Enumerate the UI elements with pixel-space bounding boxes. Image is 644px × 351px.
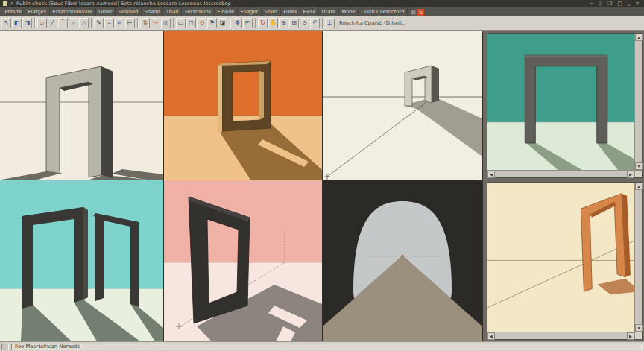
- menu-item-estatonromsure[interactable]: Estatonromsure: [50, 7, 96, 16]
- eraser-tool-button[interactable]: ▱: [37, 18, 47, 28]
- viewport-4-vertical-scrollbar[interactable]: ▲ ▼: [634, 34, 642, 170]
- offset-tool-button[interactable]: ◎: [161, 18, 171, 28]
- vp1-arch-right-face: [101, 66, 113, 178]
- zoom-window-tool-button[interactable]: ⊞: [289, 18, 299, 28]
- vp3-background: [323, 31, 482, 180]
- menu-item-presite[interactable]: Presite: [2, 7, 25, 16]
- menu-item-eoager[interactable]: Eoager: [238, 7, 262, 16]
- vp4-wall: [487, 34, 634, 122]
- menu-item-thait[interactable]: Thait: [163, 7, 182, 16]
- vp4-scroll-left-button[interactable]: ◀: [487, 171, 495, 178]
- viewport-3-canvas[interactable]: [323, 31, 482, 180]
- vp8-scroll-left-button[interactable]: ◀: [487, 332, 495, 340]
- pan-tool-button[interactable]: ✋: [268, 18, 278, 28]
- viewport-6: [164, 180, 322, 341]
- vp4-scroll-corner: [634, 170, 642, 177]
- menu-item-utate[interactable]: Utate: [319, 7, 339, 16]
- vp8-scroll-down-button[interactable]: ▼: [635, 324, 643, 332]
- viewport-1: [0, 31, 163, 180]
- viewport-2-canvas[interactable]: [164, 31, 322, 180]
- zoom-tool-button[interactable]: ⊕: [279, 18, 288, 28]
- dimension-tool-button[interactable]: ✏: [115, 18, 124, 28]
- viewport-7-canvas[interactable]: [323, 180, 482, 341]
- menu-item-sfunt[interactable]: Sfunt: [262, 7, 281, 16]
- viewport-8-window: ▲ ▼ ◀ ▶: [487, 182, 643, 340]
- push-pull-tool-button[interactable]: ⇅: [140, 18, 150, 28]
- box-tool-button[interactable]: ◻: [186, 18, 196, 28]
- menu-item-hese[interactable]: Hese: [300, 7, 319, 16]
- viewport-4-content: [487, 34, 634, 170]
- arc-tool-button[interactable]: ⌒: [58, 18, 68, 28]
- viewport-4-horizontal-scrollbar[interactable]: ◀ ▶: [487, 170, 634, 177]
- viewport-1-canvas[interactable]: [0, 31, 163, 180]
- status-bar: Ilee Maortolrican Nerwets: [0, 341, 644, 351]
- rotate-tool-button[interactable]: ⟲: [197, 18, 206, 28]
- pencil-tool-button[interactable]: ✎: [94, 18, 104, 28]
- paint-bucket-tool-button[interactable]: ◨: [22, 18, 32, 28]
- maximize-button[interactable]: ▢: [617, 0, 622, 7]
- app-glyph-icon: A: [10, 0, 13, 7]
- viewport-8-canvas[interactable]: [487, 183, 634, 332]
- viewport-8-vertical-scrollbar[interactable]: ▲ ▼: [634, 183, 642, 332]
- previous-view-tool-button[interactable]: ↶: [310, 18, 320, 28]
- freehand-tool-button[interactable]: ≈: [104, 18, 114, 28]
- line-tool-button[interactable]: ╱: [48, 18, 57, 28]
- section-plane-tool-button[interactable]: ◪: [218, 18, 227, 28]
- toolbar-separator: [137, 18, 139, 28]
- toolbar-hint-text: Rouch Ita Cparsb (D.lsoft..: [339, 20, 405, 26]
- toolbar-separator: [322, 18, 323, 28]
- select-tool-button[interactable]: ↖: [1, 18, 11, 28]
- menu-item-flatges[interactable]: Flatges: [25, 7, 50, 16]
- text-tool-button[interactable]: ⚑: [207, 18, 217, 28]
- vp4-scroll-down-button[interactable]: ▼: [635, 162, 643, 170]
- scale-tool-button[interactable]: ◰: [243, 18, 253, 28]
- toolbar-tools: ↖◧◨▱╱⌒○△✎≈✏⊢⇅↪◎▭◻⟲⚑◪✥◰↻✋⊕⊞⊙↶⊥: [1, 18, 335, 28]
- toolbar-separator: [173, 18, 174, 28]
- zoom-extents-tool-button[interactable]: ⊙: [300, 18, 309, 28]
- vp5-arch-left-side-face: [83, 207, 88, 300]
- vp1-background: [0, 31, 163, 180]
- vp8-scroll-right-button[interactable]: ▶: [627, 332, 634, 340]
- viewport-grid: ▲ ▼ ◀ ▶: [0, 31, 644, 341]
- circle-tool-button[interactable]: ○: [69, 18, 78, 28]
- close-button[interactable]: ✕: [635, 0, 640, 7]
- follow-me-tool-button[interactable]: ↪: [151, 18, 160, 28]
- app-icon: [3, 1, 7, 6]
- menu-item-shane[interactable]: Shane: [142, 7, 163, 16]
- menu-item-uoith-contoctord[interactable]: Uoith Contoctord: [359, 7, 408, 16]
- menu-end-button[interactable]: [411, 10, 416, 15]
- status-message: Ilee Maortolrican Nerwets: [11, 344, 643, 350]
- menu-item-onler[interactable]: Onler: [96, 7, 116, 16]
- tape-measure-tool-button[interactable]: ⊢: [125, 18, 135, 28]
- title-bar: A Publn shock (Sous Fiber lesare Aamood)…: [0, 0, 644, 7]
- vp4-scroll-up-button[interactable]: ▲: [635, 34, 643, 41]
- unpin-button[interactable]: ◇: [599, 0, 602, 7]
- orbit-tool-button[interactable]: ↻: [258, 18, 268, 28]
- window-title: Publn shock (Sous Fiber lesare Aamood) S…: [16, 1, 587, 7]
- window-controls: −◇❐▢⌟✕: [590, 0, 641, 7]
- vp7-apex-point: [402, 255, 404, 257]
- axes-tool-button[interactable]: ⊥: [325, 18, 335, 28]
- viewport-4-canvas[interactable]: [487, 34, 634, 170]
- restore-button[interactable]: ❐: [607, 0, 612, 7]
- vp4-frame-top-highlight: [525, 55, 607, 57]
- viewport-5-canvas[interactable]: [0, 180, 163, 341]
- menu-item-sesined[interactable]: Sesined: [116, 7, 142, 16]
- viewport-8-horizontal-scrollbar[interactable]: ◀ ▶: [487, 332, 634, 339]
- status-grip[interactable]: [1, 344, 9, 350]
- rectangle-tool-button[interactable]: ▭: [176, 18, 186, 28]
- polygon-tool-button[interactable]: △: [79, 18, 89, 28]
- minimize-button[interactable]: −: [590, 0, 593, 7]
- vp3-arch-right-face: [432, 66, 439, 103]
- menu-item-futes[interactable]: Futes: [281, 7, 300, 16]
- viewport-6-canvas[interactable]: [164, 180, 322, 341]
- vp8-scroll-up-button[interactable]: ▲: [635, 183, 643, 190]
- vp2-frame-inner-right-face: [259, 71, 264, 120]
- resize-button[interactable]: ⌟: [628, 0, 630, 7]
- make-component-tool-button[interactable]: ◧: [12, 18, 22, 28]
- menu-item-einede[interactable]: Einede: [215, 7, 238, 16]
- move-tool-button[interactable]: ✥: [233, 18, 242, 28]
- menu-item-ferstmons[interactable]: Ferstmons: [182, 7, 214, 16]
- menu-item-mone[interactable]: Mone: [339, 7, 359, 16]
- vp4-scroll-right-button[interactable]: ▶: [627, 171, 634, 178]
